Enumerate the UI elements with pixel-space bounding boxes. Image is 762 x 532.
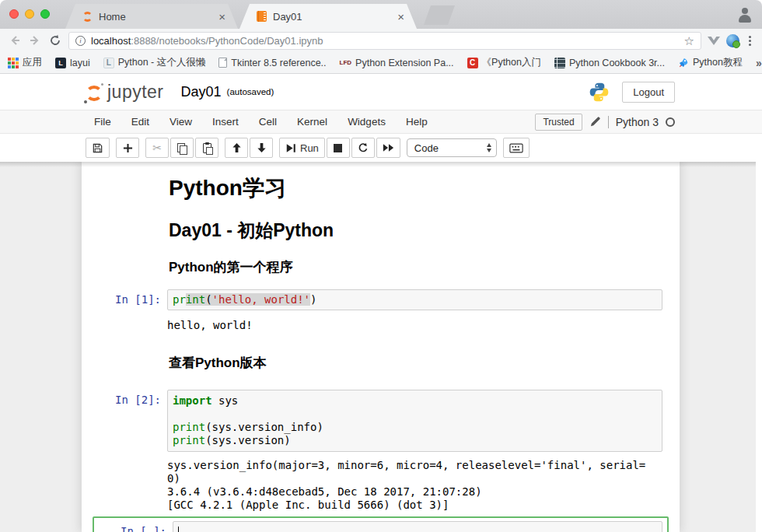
tab-day01[interactable]: Day01 × [239,4,417,29]
divider [608,116,609,128]
output-line: sys.version_info(major=3, minor=6, micro… [167,459,645,472]
markdown-h3-first-program[interactable]: Python的第一个程序 [169,260,662,275]
markdown-h2[interactable]: Day01 - 初始Python [169,219,662,241]
extension-globe-icon[interactable] [726,34,739,47]
jupyter-logo[interactable]: jupyter [86,82,164,103]
menu-cell[interactable]: Cell [249,116,287,128]
menu-edit[interactable]: Edit [121,116,159,128]
bookmark-label: layui [70,58,90,68]
bookmark-label: 应用 [23,56,42,69]
restart-run-all-button[interactable] [376,138,400,158]
code-input-1[interactable]: print('hello, world!') [167,289,662,310]
notebook-title[interactable]: Day01 [181,84,222,100]
logout-button[interactable]: Logout [622,82,675,103]
bookmark-python-cookbook[interactable]: Python Cookbook 3r... [554,58,665,68]
code-cell-2[interactable]: In [2]: import sys print(sys.version_inf… [82,390,680,452]
interrupt-kernel-button[interactable] [327,138,350,158]
bookmark-python-tutorial[interactable]: Python教程 [678,56,743,69]
code-builtin: print [173,421,205,433]
fast-forward-icon [383,143,394,152]
code-builtin: print [173,434,205,446]
bookmarks-overflow-icon[interactable]: » [756,57,762,69]
notebook-body: Python学习 Day01 - 初始Python Python的第一个程序 I… [0,162,762,532]
bookmark-python-intro[interactable]: C 《Python入门 [467,56,541,69]
menu-help[interactable]: Help [396,116,438,128]
plus-icon [123,143,133,153]
bookmark-python-blog[interactable]: L Python - 这个人很懒 [103,56,206,69]
empty-cell-selected[interactable]: In [ ]: [93,516,669,532]
bookmark-layui[interactable]: L layui [55,58,90,68]
input-prompt: In [2]: [82,390,161,407]
bookmark-tkinter[interactable]: Tkinter 8.5 reference.. [218,58,326,68]
letter-l-favicon-icon: L [103,58,114,68]
code-token: pr [173,293,186,306]
code-string-selected: 'hello, world!' [212,293,310,306]
cell-type-select[interactable]: Code [407,138,497,157]
bookmark-star-icon[interactable]: ☆ [684,35,694,47]
copy-cell-button[interactable] [170,138,194,158]
bookmark-label: Python Extension Pa... [355,58,453,68]
close-tab-icon[interactable]: × [396,10,406,23]
add-cell-button[interactable] [116,138,139,158]
menu-kernel[interactable]: Kernel [287,116,337,128]
input-prompt: In [ ]: [97,521,166,532]
close-tab-icon[interactable]: × [217,10,227,23]
extension-v-icon[interactable] [708,37,720,45]
code-line: print(sys.version_info) [173,421,657,434]
move-cell-down-button[interactable] [250,138,273,158]
bookmark-apps[interactable]: 应用 [8,56,42,69]
python-logo-icon [589,82,610,103]
markdown-h3-version[interactable]: 查看Python版本 [169,355,662,371]
zoom-window-button[interactable] [40,9,50,19]
address-bar-row: i localhost:8888/notebooks/PythonCode/Da… [0,29,762,52]
paste-cell-button[interactable] [195,138,218,158]
trusted-badge[interactable]: Trusted [535,114,582,131]
jupyter-logo-icon [86,86,103,101]
command-palette-button[interactable] [503,138,530,158]
tab-day01-label: Day01 [273,11,396,23]
bookmark-python-extension[interactable]: LFD Python Extension Pa... [340,58,454,68]
menu-view[interactable]: View [159,116,202,128]
new-tab-button[interactable] [424,5,455,25]
apps-grid-icon [8,58,19,68]
address-bar[interactable]: i localhost:8888/notebooks/PythonCode/Da… [68,32,701,50]
code-keyword: import [173,394,212,407]
menu-file[interactable]: File [84,116,121,128]
code-line: print(sys.version) [173,434,657,447]
page-info-icon[interactable]: i [75,36,86,46]
scrollbar-track[interactable] [756,162,762,532]
copy-icon [177,143,187,153]
rocket-favicon-icon [678,58,689,68]
save-button[interactable] [86,138,110,158]
bookmark-label: Python Cookbook 3r... [569,58,665,68]
code-input-2[interactable]: import sys print(sys.version_info)print(… [167,390,662,452]
code-cell-1[interactable]: In [1]: print('hello, world!') [82,289,680,310]
tab-home[interactable]: Home × [65,4,238,29]
close-window-button[interactable] [9,9,19,19]
jupyter-header: jupyter Day01 (autosaved) Logout [0,74,762,110]
minimize-window-button[interactable] [25,9,34,19]
code-token: (sys.version_info) [205,421,323,433]
menu-insert[interactable]: Insert [202,116,249,128]
profile-avatar-icon[interactable] [737,7,753,23]
code-token: (sys.version) [205,434,291,446]
code-token: ) [310,293,316,306]
run-cell-button[interactable]: Run [279,138,325,158]
restart-kernel-button[interactable] [351,138,375,158]
reload-icon[interactable] [48,33,62,47]
cell-type-value: Code [414,142,439,154]
keyboard-icon [509,143,523,153]
code-input-3[interactable] [173,521,662,532]
edit-pencil-icon[interactable] [589,116,601,128]
forward-icon[interactable] [28,33,42,47]
move-cell-up-button[interactable] [225,138,248,158]
arrow-up-icon [232,142,242,153]
markdown-h1[interactable]: Python学习 [169,176,662,201]
back-icon[interactable] [8,33,22,47]
url-host: localhost [91,35,131,47]
tab-strip: Home × Day01 × [0,0,762,29]
cut-cell-button[interactable]: ✂ [145,138,169,158]
browser-menu-icon[interactable] [746,36,754,46]
menu-widgets[interactable]: Widgets [337,116,396,128]
bookmark-label: Python教程 [693,56,743,69]
